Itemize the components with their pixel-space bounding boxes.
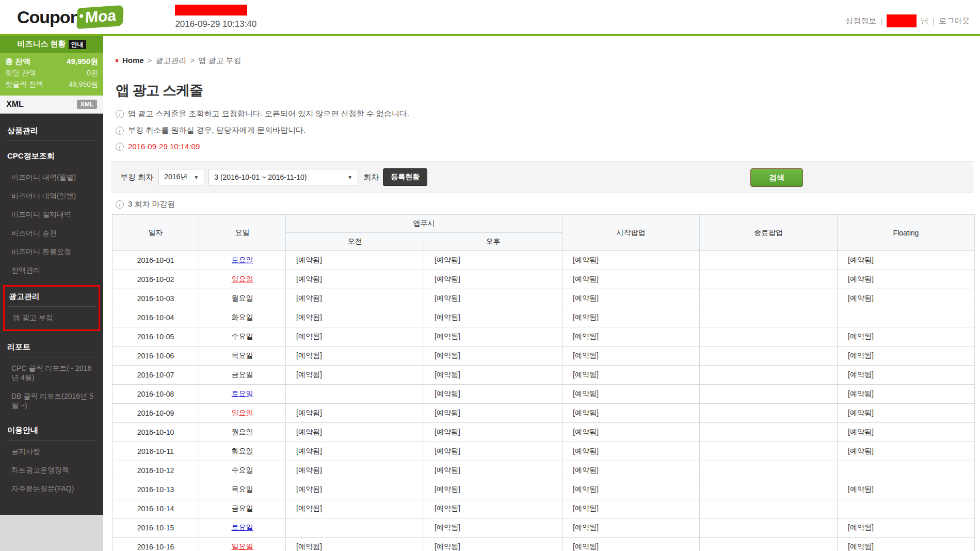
day-cell-sat[interactable]: 토요일 — [232, 389, 253, 398]
balance-row: 핫클릭 잔액49,950원 — [5, 79, 98, 90]
sidebar-section: 광고관리앱 광고 부킹 — [3, 285, 100, 331]
floating-cell: [예약됨] — [838, 366, 975, 385]
timestamp-text: 2016-09-29 10:14:09 — [128, 142, 200, 151]
start-popup-cell: [예약됨] — [563, 308, 700, 327]
floating-cell — [838, 308, 975, 327]
day-cell-sun[interactable]: 일요일 — [232, 408, 253, 417]
date-cell: 2016-10-07 — [113, 366, 199, 385]
year-select[interactable]: 2016년 ▼ — [158, 169, 204, 185]
floating-cell: [예약됨] — [838, 518, 975, 538]
pm-cell: [예약됨] — [424, 404, 563, 423]
breadcrumb-trail: Home>광고관리>앱 광고 부킹 — [122, 56, 242, 66]
sidebar-section-title[interactable]: CPC정보조회 — [6, 146, 97, 166]
sidebar-section-title[interactable]: 이용안내 — [6, 420, 97, 440]
floating-cell: [예약됨] — [838, 347, 975, 366]
tag-hole-icon — [80, 14, 84, 18]
sidebar-section-title[interactable]: 리포트 — [6, 337, 97, 357]
sidebar-item[interactable]: 비즈머니 환불요청 — [6, 243, 97, 261]
round-closed-note: i 3 회차 마감됨 — [116, 199, 973, 209]
table-row: 2016-10-10월요일[예약됨][예약됨][예약됨][예약됨] — [113, 423, 975, 442]
day-cell-sat[interactable]: 토요일 — [232, 256, 253, 264]
sidebar-item[interactable]: 비즈머니 내역(일별) — [6, 187, 97, 206]
business-status-panel: 총 잔액49,950원핫딜 잔액0원핫클릭 잔액49,950원 — [0, 53, 103, 96]
end-popup-cell — [700, 480, 838, 499]
breadcrumb-separator: > — [148, 56, 152, 65]
start-popup-cell: [예약됨] — [563, 404, 700, 423]
coupon-moa-logo[interactable]: Coupon Moa — [17, 7, 123, 27]
day-cell: 수요일 — [199, 327, 286, 347]
floating-cell: [예약됨] — [838, 251, 975, 270]
end-popup-cell — [700, 308, 838, 327]
day-cell: 금요일 — [199, 499, 286, 518]
sidebar-nav: 상품관리CPC정보조회비즈머니 내역(월별)비즈머니 내역(일별)비즈머니 결제… — [0, 114, 103, 515]
sidebar-item[interactable]: 공지사항 — [6, 443, 97, 461]
guide-badge[interactable]: 안내 — [69, 40, 86, 49]
date-cell: 2016-10-10 — [113, 423, 199, 442]
col-header-pm: 오후 — [424, 233, 563, 251]
pm-cell: [예약됨] — [424, 499, 563, 518]
sidebar-item[interactable]: 차트광고운영정책 — [6, 461, 97, 480]
day-cell-week: 월요일 — [232, 294, 253, 302]
logout-link[interactable]: 로그아웃 — [939, 16, 970, 26]
date-cell: 2016-10-03 — [113, 289, 199, 308]
sidebar-item[interactable]: 비즈머니 내역(월별) — [6, 168, 97, 187]
sidebar-divider — [8, 306, 95, 307]
sidebar-item[interactable]: 자주묻는질문(FAQ) — [6, 480, 97, 498]
nav-separator: | — [880, 17, 882, 25]
sidebar-item[interactable]: 비즈머니 충전 — [6, 224, 97, 243]
sidebar: 비즈니스 현황안내 총 잔액49,950원핫딜 잔액0원핫클릭 잔액49,950… — [0, 36, 103, 551]
day-cell: 토요일 — [199, 518, 286, 538]
pm-cell: [예약됨] — [424, 270, 563, 289]
year-select-value: 2016년 — [164, 172, 187, 182]
info-note: i 부킹 취소를 원하실 경우, 담당자에게 문의바랍니다. — [116, 125, 973, 135]
floating-cell: [예약됨] — [838, 327, 975, 347]
date-cell: 2016-10-14 — [113, 499, 199, 518]
sidebar-item[interactable]: DB 클릭 리포트(2016년 5월 ~) — [6, 387, 97, 415]
table-row: 2016-10-04화요일[예약됨][예약됨][예약됨] — [113, 308, 975, 327]
sidebar-item[interactable]: CPC 클릭 리포트(~ 2016년 4월) — [6, 359, 97, 387]
search-button[interactable]: 검색 — [750, 168, 803, 187]
sidebar-section-title[interactable]: 상품관리 — [6, 121, 97, 140]
day-cell-sun[interactable]: 일요일 — [232, 275, 253, 283]
day-cell-sun[interactable]: 일요일 — [232, 542, 253, 550]
day-cell-week: 수요일 — [232, 332, 253, 340]
logo-tag-moa: Moa — [77, 5, 124, 29]
day-cell-week: 수요일 — [232, 466, 253, 474]
table-row: 2016-10-14금요일[예약됨][예약됨][예약됨] — [113, 499, 975, 518]
sidebar-item[interactable]: 앱 광고 부킹 — [8, 309, 95, 327]
round-select[interactable]: 3 (2016-10-01 ~ 2016-11-10) ▼ — [208, 169, 358, 185]
pm-cell: [예약됨] — [424, 442, 563, 461]
start-popup-cell: [예약됨] — [563, 270, 700, 289]
start-popup-cell: [예약됨] — [563, 499, 700, 518]
table-body: 2016-10-01토요일[예약됨][예약됨][예약됨][예약됨]2016-10… — [113, 251, 975, 551]
breadcrumb-item: 광고관리 — [155, 56, 186, 65]
date-cell: 2016-10-13 — [113, 480, 199, 499]
day-cell-sat[interactable]: 토요일 — [232, 523, 253, 531]
floating-cell: [예약됨] — [838, 270, 975, 289]
start-popup-cell: [예약됨] — [563, 423, 700, 442]
xml-badge-button[interactable]: XML — [77, 100, 97, 109]
redacted-store-name — [175, 5, 247, 15]
floating-cell: [예약됨] — [838, 480, 975, 499]
store-info-link[interactable]: 상점정보 — [845, 16, 876, 26]
registration-status-button[interactable]: 등록현황 — [383, 168, 427, 186]
sidebar-section-title[interactable]: 광고관리 — [8, 287, 95, 306]
sidebar-divider — [6, 166, 97, 166]
sidebar-item[interactable]: 비즈머니 결제내역 — [6, 206, 97, 224]
sidebar-section: 상품관리 — [6, 121, 97, 141]
pm-cell: [예약됨] — [424, 251, 563, 270]
floating-cell: [예약됨] — [838, 404, 975, 423]
end-popup-cell — [700, 366, 838, 385]
col-header-day: 요일 — [199, 215, 286, 251]
am-cell: [예약됨] — [286, 251, 424, 270]
breadcrumb-item: 앱 광고 부킹 — [198, 56, 241, 65]
table-row: 2016-10-05수요일[예약됨][예약됨][예약됨][예약됨] — [113, 327, 975, 347]
col-header-end-popup: 종료팝업 — [700, 215, 838, 251]
round-suffix-label: 회차 — [363, 172, 379, 182]
logo-text-coupon: Coupon — [17, 7, 80, 27]
start-popup-cell: [예약됨] — [563, 518, 700, 538]
breadcrumb-item[interactable]: Home — [122, 56, 144, 65]
date-cell: 2016-10-05 — [113, 327, 199, 347]
sidebar-item[interactable]: 잔액관리 — [6, 261, 97, 280]
start-popup-cell: [예약됨] — [563, 289, 700, 308]
